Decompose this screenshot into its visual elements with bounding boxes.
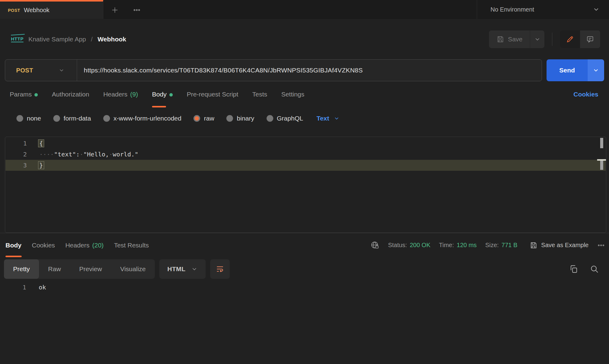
wrap-lines-button[interactable] <box>210 259 230 279</box>
save-split-button: Save <box>489 30 544 48</box>
response-tabs: Body Cookies Headers (20) Test Results <box>0 233 149 257</box>
http-request-icon: HTTP <box>11 36 23 42</box>
tab-settings-label: Settings <box>281 91 304 98</box>
tab-options-button[interactable] <box>131 4 143 16</box>
breadcrumb-collection[interactable]: Knative Sample App <box>28 36 86 43</box>
cookies-link[interactable]: Cookies <box>573 81 598 107</box>
response-tab-cookies[interactable]: Cookies <box>32 233 55 257</box>
radio-icon <box>16 115 23 122</box>
radio-icon <box>226 115 233 122</box>
body-type-binary[interactable]: binary <box>226 115 254 122</box>
response-headers-count: (20) <box>92 242 104 249</box>
radio-icon <box>267 115 273 122</box>
overview-ruler-thumb[interactable] <box>600 161 603 170</box>
body-type-none[interactable]: none <box>16 115 41 122</box>
plus-icon <box>111 6 119 14</box>
save-floppy-icon <box>529 241 537 249</box>
tab-params[interactable]: Params <box>10 81 38 107</box>
breadcrumb-request-name[interactable]: Webhook <box>97 36 126 43</box>
response-header: Body Cookies Headers (20) Test Results S… <box>0 233 609 257</box>
pencil-icon <box>566 35 574 43</box>
body-type-x-www-form-urlencoded[interactable]: x-www-form-urlencoded <box>103 115 182 122</box>
radio-selected-icon <box>193 115 200 122</box>
tab-title: Webhook <box>24 7 49 14</box>
view-visualize[interactable]: Visualize <box>111 259 155 279</box>
header-actions: Save <box>489 30 600 48</box>
search-icon <box>590 264 599 274</box>
new-tab-button[interactable] <box>109 4 121 16</box>
save-options-button[interactable] <box>530 30 544 48</box>
radio-icon <box>103 115 110 122</box>
line-number: 1 <box>5 284 26 291</box>
breadcrumb: HTTP Knative Sample App / Webhook <box>0 36 126 43</box>
editor-scrollbar-thumb[interactable] <box>600 138 603 148</box>
editor-line-3-current: 3 } <box>5 160 606 171</box>
editor-line-1: 1 { <box>5 138 606 149</box>
request-tabbar: POST Webhook No Environment <box>0 0 609 19</box>
url-input[interactable] <box>77 60 542 81</box>
url-bar: POST <box>5 59 542 81</box>
save-button[interactable]: Save <box>489 30 530 48</box>
chevron-down-icon <box>534 36 541 43</box>
response-body-viewer[interactable]: 1 ok <box>5 282 604 293</box>
send-options-button[interactable] <box>588 59 604 81</box>
params-modified-dot <box>34 93 38 96</box>
postman-window: POST Webhook No Environment HTTP Knative… <box>0 0 609 364</box>
comments-button[interactable] <box>580 30 600 48</box>
copy-icon <box>569 264 578 274</box>
tab-tests[interactable]: Tests <box>252 81 267 107</box>
response-tab-body[interactable]: Body <box>5 233 22 257</box>
response-language-select[interactable]: HTML <box>159 259 206 279</box>
response-tab-headers[interactable]: Headers (20) <box>65 233 104 257</box>
comment-icon <box>586 35 594 43</box>
copy-response-button[interactable] <box>569 264 578 274</box>
open-request-tab[interactable]: POST Webhook <box>0 0 103 19</box>
method-select[interactable]: POST <box>5 60 77 81</box>
view-raw[interactable]: Raw <box>39 259 70 279</box>
request-header-row: HTTP Knative Sample App / Webhook Save <box>0 19 609 59</box>
bracket-highlight: } <box>38 161 44 169</box>
view-pretty[interactable]: Pretty <box>4 259 39 279</box>
size-badge[interactable]: Size: 771 B <box>485 242 518 249</box>
line-number: 1 <box>5 140 27 147</box>
header-divider <box>552 33 552 46</box>
environment-selector[interactable]: No Environment <box>477 0 609 19</box>
tab-tests-label: Tests <box>252 91 267 98</box>
response-tab-test-results[interactable]: Test Results <box>114 233 149 257</box>
response-language-label: HTML <box>167 265 186 273</box>
tab-authorization[interactable]: Authorization <box>52 81 89 107</box>
tab-headers[interactable]: Headers (9) <box>103 81 138 107</box>
search-response-button[interactable] <box>590 264 599 274</box>
request-body-editor[interactable]: 1 { 2 ····"text":·"Hello,·world." 3 } <box>5 137 606 233</box>
line-number: 2 <box>5 151 27 158</box>
breadcrumb-separator: / <box>91 36 93 43</box>
network-globe-lock-icon[interactable] <box>370 241 380 250</box>
send-split-button: Send <box>547 59 604 81</box>
body-modified-dot <box>169 93 173 96</box>
raw-language-label: Text <box>317 115 329 122</box>
body-type-row: none form-data x-www-form-urlencoded raw… <box>0 107 609 129</box>
bracket-highlight: { <box>38 139 44 147</box>
tab-settings[interactable]: Settings <box>281 81 304 107</box>
tab-pre-request-script[interactable]: Pre-request Script <box>187 81 238 107</box>
body-type-form-data[interactable]: form-data <box>53 115 91 122</box>
raw-language-select[interactable]: Text <box>317 115 340 122</box>
environment-label: No Environment <box>490 6 593 13</box>
body-type-raw[interactable]: raw <box>193 115 214 122</box>
time-badge[interactable]: Time: 120 ms <box>439 242 477 249</box>
response-options-button[interactable] <box>597 241 605 249</box>
body-type-graphql[interactable]: GraphQL <box>267 115 303 122</box>
tab-body[interactable]: Body <box>152 81 173 107</box>
response-toolbar: Pretty Raw Preview Visualize HTML <box>0 259 609 279</box>
view-preview[interactable]: Preview <box>70 259 111 279</box>
response-body-text: ok <box>39 284 46 291</box>
chevron-down-icon <box>58 67 65 73</box>
tab-method-badge: POST <box>8 8 20 13</box>
tab-headers-label: Headers <box>103 91 127 98</box>
status-badge[interactable]: Status: 200 OK <box>388 242 430 249</box>
response-meta: Status: 200 OK Time: 120 ms Size: 771 B … <box>370 233 605 257</box>
editor-line-2: 2 ····"text":·"Hello,·world." <box>5 149 606 160</box>
send-button[interactable]: Send <box>547 59 588 81</box>
edit-request-button[interactable] <box>560 30 580 48</box>
save-as-example-button[interactable]: Save as Example <box>529 241 589 249</box>
